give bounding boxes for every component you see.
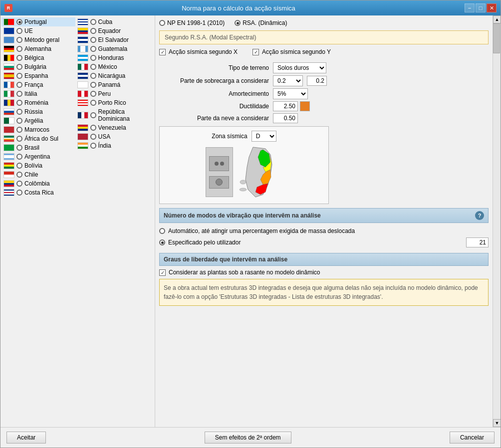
radio-equador[interactable] — [90, 28, 96, 34]
country-india[interactable]: Índia — [75, 141, 154, 150]
flag-ue — [3, 27, 14, 34]
country-cuba[interactable]: Cuba — [75, 17, 154, 26]
amortecimento-select[interactable]: 5% 2% 10% — [273, 88, 308, 99]
country-espanha[interactable]: Espanha — [1, 71, 75, 80]
country-venezuela[interactable]: Venezuela — [75, 123, 154, 132]
flag-guatemala — [77, 45, 88, 52]
checkbox-seismic-y[interactable] — [252, 49, 259, 55]
radio-romania[interactable] — [16, 100, 22, 106]
radio-honduras[interactable] — [90, 55, 96, 61]
country-colombia[interactable]: Colômbia — [1, 179, 75, 188]
country-chile[interactable]: Chile — [1, 170, 75, 179]
country-equador[interactable]: Equador — [75, 26, 154, 35]
radio-espanha[interactable] — [16, 73, 22, 79]
checkbox-seismic-x[interactable] — [159, 49, 166, 55]
radio-metodo[interactable] — [16, 37, 22, 43]
radio-africa-sul[interactable] — [16, 136, 22, 142]
country-bolivia[interactable]: Bolívia — [1, 161, 75, 170]
radio-rsa[interactable] — [235, 20, 241, 26]
radio-usa[interactable] — [90, 134, 96, 140]
scroll-up-button[interactable]: ▲ — [493, 15, 501, 23]
vibration-help-button[interactable]: ? — [475, 211, 484, 220]
country-peru[interactable]: Peru — [75, 89, 154, 98]
country-republica-dominicana[interactable]: República Dominicana — [75, 107, 154, 123]
country-marrocos[interactable]: Marrocos — [1, 125, 75, 134]
radio-mexico[interactable] — [90, 64, 96, 70]
sobrecarga-select[interactable]: 0.2 0.3 — [273, 75, 303, 86]
radio-peru[interactable] — [90, 91, 96, 97]
country-panama[interactable]: Panamá — [75, 80, 154, 89]
country-el-salvador[interactable]: El Salvador — [75, 35, 154, 44]
zona-select[interactable]: A B C D — [251, 131, 276, 142]
method-rsa[interactable]: RSA. (Dinâmica) — [235, 19, 287, 26]
country-mexico[interactable]: México — [75, 62, 154, 71]
country-africa-sul[interactable]: África do Sul — [1, 134, 75, 143]
radio-alemanha[interactable] — [16, 46, 22, 52]
minimize-button[interactable]: − — [465, 3, 475, 12]
maximize-button[interactable]: □ — [476, 3, 486, 12]
radio-ue[interactable] — [16, 28, 22, 34]
country-argelia[interactable]: Argélia — [1, 116, 75, 125]
radio-franca[interactable] — [16, 82, 22, 88]
radio-chile[interactable] — [16, 172, 22, 178]
radio-vibration-auto[interactable] — [159, 228, 165, 234]
scroll-down-button[interactable]: ▼ — [493, 419, 501, 427]
scroll-thumb[interactable] — [493, 23, 500, 53]
country-guatemala[interactable]: Guatemala — [75, 44, 154, 53]
radio-venezuela[interactable] — [90, 125, 96, 131]
country-franca[interactable]: França — [1, 80, 75, 89]
radio-russia[interactable] — [16, 109, 22, 115]
country-usa[interactable]: USA — [75, 132, 154, 141]
radio-cuba[interactable] — [90, 19, 96, 25]
radio-bolivia[interactable] — [16, 163, 22, 169]
radio-india[interactable] — [90, 143, 96, 149]
neve-input[interactable] — [273, 113, 298, 123]
radio-bulgaria[interactable] — [16, 64, 22, 70]
ductilidade-input[interactable] — [273, 101, 298, 111]
color-picker-button[interactable] — [300, 101, 310, 111]
country-bulgaria[interactable]: Bulgária — [1, 62, 75, 71]
radio-argentina[interactable] — [16, 154, 22, 160]
country-ue[interactable]: UE — [1, 26, 75, 35]
country-nicaragua[interactable]: Nicarágua — [75, 71, 154, 80]
radio-belgica[interactable] — [16, 55, 22, 61]
flag-panama — [77, 81, 88, 88]
country-alemanha[interactable]: Alemanha — [1, 44, 75, 53]
radio-vibration-manual[interactable] — [159, 239, 165, 245]
radio-nicaragua[interactable] — [90, 73, 96, 79]
efeitos-button[interactable]: Sem efeitos de 2ª ordem — [205, 432, 291, 444]
radio-colombia[interactable] — [16, 181, 22, 187]
cancelar-button[interactable]: Cancelar — [450, 432, 495, 444]
country-brasil[interactable]: Brasil — [1, 143, 75, 152]
country-italia[interactable]: Itália — [1, 89, 75, 98]
radio-costa-rica[interactable] — [16, 190, 22, 196]
checkbox-dof[interactable] — [159, 269, 166, 276]
radio-italia[interactable] — [16, 91, 22, 97]
country-porto-rico[interactable]: Porto Rico — [75, 98, 154, 107]
radio-brasil[interactable] — [16, 145, 22, 151]
country-russia[interactable]: Rússia — [1, 107, 75, 116]
country-belgica[interactable]: Bélgica — [1, 53, 75, 62]
radio-porto-rico[interactable] — [90, 100, 96, 106]
country-honduras[interactable]: Honduras — [75, 53, 154, 62]
country-portugal[interactable]: Portugal — [1, 17, 75, 26]
country-costa-rica[interactable]: Costa Rica — [1, 188, 75, 197]
radio-el-salvador[interactable] — [90, 37, 96, 43]
country-metodo[interactable]: Método geral — [1, 35, 75, 44]
radio-guatemala[interactable] — [90, 46, 96, 52]
vibration-auto-option[interactable]: Automático, até atingir uma percentagem … — [159, 226, 489, 236]
radio-npen[interactable] — [159, 20, 165, 26]
radio-marrocos[interactable] — [16, 127, 22, 133]
svg-point-6 — [240, 188, 247, 191]
radio-republica-dominicana[interactable] — [90, 112, 96, 118]
vibration-value-input[interactable] — [466, 237, 489, 247]
close-button[interactable]: ✕ — [487, 3, 497, 12]
radio-argelia[interactable] — [16, 118, 22, 124]
radio-panama[interactable] — [90, 82, 96, 88]
aceitar-button[interactable]: Aceitar — [6, 432, 46, 444]
radio-portugal[interactable] — [16, 19, 22, 25]
terrain-select[interactable]: Solos duros Solos normais Solos moles — [273, 62, 326, 73]
method-npen[interactable]: NP EN 1998-1 (2010) — [159, 19, 225, 26]
country-romania[interactable]: Roménia — [1, 98, 75, 107]
country-argentina[interactable]: Argentina — [1, 152, 75, 161]
